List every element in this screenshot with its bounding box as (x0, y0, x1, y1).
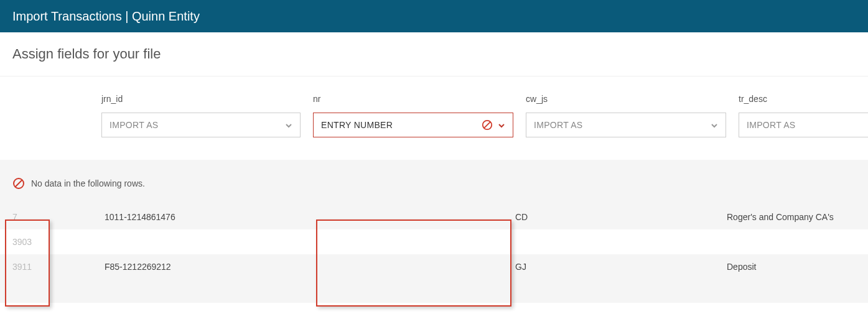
sub-header: Assign fields for your file (0, 32, 868, 76)
table-row: 3911 F85-1212269212 GJ Deposit (0, 254, 868, 279)
header-bar: Import Transactions | Quinn Entity (0, 0, 868, 32)
no-data-icon (482, 119, 493, 131)
data-rows: 7 1011-1214861476 CD Roger's and Company… (0, 205, 868, 279)
table-row: 7 1011-1214861476 CD Roger's and Company… (0, 205, 868, 229)
cell-cw-js: CD (515, 212, 727, 222)
select-value: IMPORT AS (747, 120, 868, 130)
data-preview-section: No data in the following rows. 7 1011-12… (0, 160, 868, 303)
cell-tr-desc: Deposit (727, 262, 868, 272)
svg-line-1 (484, 122, 490, 128)
field-select-tr-desc[interactable]: IMPORT AS (739, 113, 868, 137)
field-mapping-row: jrn_id IMPORT AS nr ENTRY NUMBER cw_js I… (0, 76, 868, 160)
cell-jrn-id: F85-1212269212 (105, 262, 316, 272)
field-label: jrn_id (101, 94, 301, 104)
field-col-tr-desc: tr_desc IMPORT AS (739, 94, 868, 137)
select-value: ENTRY NUMBER (321, 120, 482, 130)
row-index: 3903 (0, 237, 47, 247)
field-select-cw-js[interactable]: IMPORT AS (526, 113, 726, 137)
warning-row: No data in the following rows. (0, 177, 868, 205)
row-index: 7 (0, 212, 47, 222)
sub-header-title: Assign fields for your file (12, 46, 856, 62)
cell-jrn-id: 1011-1214861476 (105, 212, 316, 222)
select-value: IMPORT AS (534, 120, 711, 130)
field-select-nr[interactable]: ENTRY NUMBER (313, 113, 513, 137)
page-title: Import Transactions | Quinn Entity (12, 9, 200, 24)
field-col-cw-js: cw_js IMPORT AS (526, 94, 726, 137)
select-value: IMPORT AS (110, 120, 285, 130)
field-col-jrn-id: jrn_id IMPORT AS (101, 94, 301, 137)
field-col-nr: nr ENTRY NUMBER (313, 94, 513, 137)
svg-line-3 (16, 180, 22, 187)
field-select-jrn-id[interactable]: IMPORT AS (101, 113, 301, 137)
field-label: cw_js (526, 94, 726, 104)
warning-text: No data in the following rows. (31, 178, 145, 188)
cell-cw-js: GJ (515, 262, 727, 272)
table-row: 3903 (0, 229, 868, 254)
chevron-down-icon (498, 121, 505, 129)
field-label: tr_desc (739, 94, 868, 104)
field-label: nr (313, 94, 513, 104)
chevron-down-icon (711, 121, 718, 129)
row-index: 3911 (0, 262, 47, 272)
chevron-down-icon (285, 121, 292, 129)
no-data-icon (12, 177, 25, 190)
cell-tr-desc: Roger's and Company CA's (727, 212, 868, 222)
